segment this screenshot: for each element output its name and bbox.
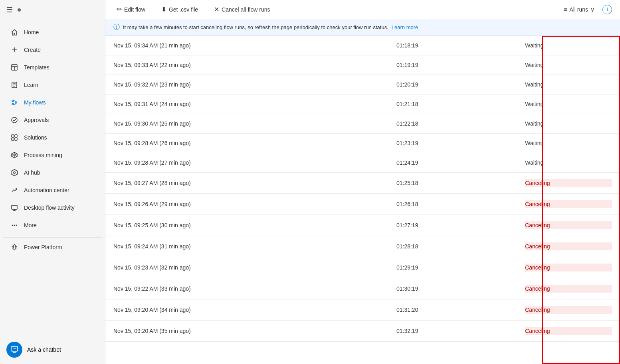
- automation-center-icon: [10, 186, 18, 194]
- sidebar-item-automation-center[interactable]: Automation center: [2, 181, 103, 199]
- sidebar-item-label-learn: Learn: [24, 82, 38, 88]
- my-flows-icon: [10, 98, 18, 106]
- run-duration: 01:26:18: [388, 194, 517, 215]
- run-duration: 01:19:19: [388, 55, 517, 75]
- status-badge: Waiting: [525, 81, 543, 88]
- sidebar-item-more[interactable]: More: [2, 216, 103, 234]
- run-date: Nov 15, 09:24 AM (31 min ago): [105, 236, 388, 257]
- table-row[interactable]: Nov 15, 09:25 AM (30 min ago)01:27:19Can…: [105, 215, 620, 236]
- info-banner: ⓘ It may take a few minutes to start can…: [105, 19, 620, 36]
- hamburger-icon[interactable]: ☰: [6, 6, 13, 14]
- sidebar-item-create[interactable]: Create: [2, 41, 103, 59]
- run-duration: 01:21:18: [388, 94, 517, 114]
- sidebar-footer: Ask a chatbot: [0, 335, 105, 364]
- sidebar-item-solutions[interactable]: Solutions: [2, 129, 103, 146]
- get-csv-button[interactable]: ⬇ Get .csv file: [158, 4, 201, 15]
- run-date: Nov 15, 09:27 AM (28 min ago): [105, 173, 388, 194]
- status-badge: Canceling: [525, 179, 612, 187]
- table-row[interactable]: Nov 15, 09:20 AM (34 min ago)01:31:20Can…: [105, 299, 620, 321]
- chatbot-button[interactable]: [6, 342, 22, 358]
- run-status: Waiting: [517, 75, 620, 94]
- sidebar-item-label-more: More: [24, 222, 37, 228]
- run-date: Nov 15, 09:20 AM (35 min ago): [105, 321, 388, 342]
- svg-point-22: [14, 172, 16, 174]
- svg-point-11: [12, 103, 14, 105]
- info-circle-icon: ⓘ: [113, 23, 120, 31]
- sidebar-item-learn[interactable]: Learn: [2, 76, 103, 94]
- run-date: Nov 15, 09:31 AM (24 min ago): [105, 94, 388, 114]
- run-status: Canceling: [517, 236, 620, 257]
- table-row[interactable]: Nov 15, 09:31 AM (24 min ago)01:21:18Wai…: [105, 94, 620, 114]
- run-status: Canceling: [517, 257, 620, 278]
- svg-rect-23: [12, 205, 17, 209]
- sidebar-item-desktop-flow-activity[interactable]: Desktop flow activity: [2, 199, 103, 216]
- sidebar-item-power-platform[interactable]: Power Platform: [2, 237, 103, 256]
- sidebar: ☰ HomeCreateTemplatesLearnMy flowsApprov…: [0, 0, 105, 364]
- sidebar-item-label-process-mining: Process mining: [24, 152, 62, 158]
- runs-table: Nov 15, 09:34 AM (21 min ago)01:18:19Wai…: [105, 36, 620, 342]
- table-row[interactable]: Nov 15, 09:28 AM (26 min ago)01:23:19Wai…: [105, 134, 620, 153]
- run-status: Canceling: [517, 299, 620, 321]
- cancel-all-label: Cancel all flow runs: [222, 6, 270, 13]
- run-status: Waiting: [517, 36, 620, 55]
- run-status: Waiting: [517, 55, 620, 75]
- toolbar-right: ≡ All runs ∨ i: [561, 5, 612, 14]
- sidebar-item-label-my-flows: My flows: [24, 99, 46, 106]
- svg-point-30: [13, 348, 14, 349]
- sidebar-item-templates[interactable]: Templates: [2, 59, 103, 76]
- edit-flow-label: Edit flow: [124, 6, 145, 13]
- table-row[interactable]: Nov 15, 09:24 AM (31 min ago)01:28:18Can…: [105, 236, 620, 257]
- sidebar-item-my-flows[interactable]: My flows: [2, 94, 103, 111]
- desktop-flow-activity-icon: [10, 204, 18, 212]
- runs-table-area: Nov 15, 09:34 AM (21 min ago)01:18:19Wai…: [105, 36, 620, 364]
- table-row[interactable]: Nov 15, 09:26 AM (29 min ago)01:26:18Can…: [105, 194, 620, 215]
- info-icon: i: [606, 7, 608, 12]
- run-duration: 01:20:19: [388, 75, 517, 94]
- svg-rect-14: [15, 135, 17, 137]
- get-csv-label: Get .csv file: [169, 6, 198, 13]
- table-row[interactable]: Nov 15, 09:20 AM (35 min ago)01:32:19Can…: [105, 321, 620, 342]
- cancel-icon: ✕: [214, 6, 219, 13]
- sidebar-item-home[interactable]: Home: [2, 24, 103, 41]
- sidebar-item-label-create: Create: [24, 47, 41, 53]
- svg-point-32: [15, 348, 16, 349]
- power-platform-label: Power Platform: [24, 244, 62, 250]
- home-icon: [10, 28, 18, 36]
- run-status: Canceling: [517, 173, 620, 194]
- power-platform-icon: [10, 243, 18, 251]
- banner-text: It may take a few minutes to start cance…: [123, 24, 388, 30]
- status-badge: Waiting: [525, 120, 543, 127]
- table-row[interactable]: Nov 15, 09:34 AM (21 min ago)01:18:19Wai…: [105, 36, 620, 55]
- table-row[interactable]: Nov 15, 09:28 AM (27 min ago)01:24:19Wai…: [105, 153, 620, 173]
- svg-point-31: [14, 348, 15, 349]
- sidebar-header: ☰: [0, 0, 105, 20]
- table-row[interactable]: Nov 15, 09:22 AM (33 min ago)01:30:19Can…: [105, 278, 620, 299]
- svg-point-9: [12, 100, 14, 102]
- all-runs-filter[interactable]: ≡ All runs ∨: [561, 5, 598, 14]
- table-row[interactable]: Nov 15, 09:32 AM (23 min ago)01:20:19Wai…: [105, 75, 620, 94]
- run-date: Nov 15, 09:30 AM (25 min ago): [105, 114, 388, 134]
- status-badge: Waiting: [525, 62, 543, 68]
- table-row[interactable]: Nov 15, 09:33 AM (22 min ago)01:19:19Wai…: [105, 55, 620, 75]
- table-row[interactable]: Nov 15, 09:30 AM (25 min ago)01:22:18Wai…: [105, 114, 620, 134]
- solutions-icon: [10, 134, 18, 142]
- info-button[interactable]: i: [602, 5, 612, 14]
- table-row[interactable]: Nov 15, 09:23 AM (32 min ago)01:29:19Can…: [105, 257, 620, 278]
- run-duration: 01:24:19: [388, 153, 517, 173]
- chevron-down-icon: ∨: [590, 6, 594, 13]
- sidebar-item-ai-hub[interactable]: AI hub: [2, 164, 103, 181]
- sidebar-item-label-home: Home: [24, 29, 39, 35]
- learn-more-link[interactable]: Learn more: [392, 24, 418, 30]
- sidebar-item-label-solutions: Solutions: [24, 134, 47, 141]
- sidebar-item-approvals[interactable]: Approvals: [2, 111, 103, 129]
- svg-point-10: [15, 102, 17, 103]
- svg-point-12: [12, 117, 17, 123]
- main-content: ✏ Edit flow ⬇ Get .csv file ✕ Cancel all…: [105, 0, 620, 364]
- status-badge: Waiting: [525, 140, 543, 146]
- table-row[interactable]: Nov 15, 09:27 AM (28 min ago)01:25:18Can…: [105, 173, 620, 194]
- learn-icon: [10, 81, 18, 89]
- run-date: Nov 15, 09:28 AM (27 min ago): [105, 153, 388, 173]
- cancel-all-button[interactable]: ✕ Cancel all flow runs: [211, 4, 273, 15]
- sidebar-item-process-mining[interactable]: Process mining: [2, 146, 103, 164]
- edit-flow-button[interactable]: ✏ Edit flow: [113, 4, 149, 15]
